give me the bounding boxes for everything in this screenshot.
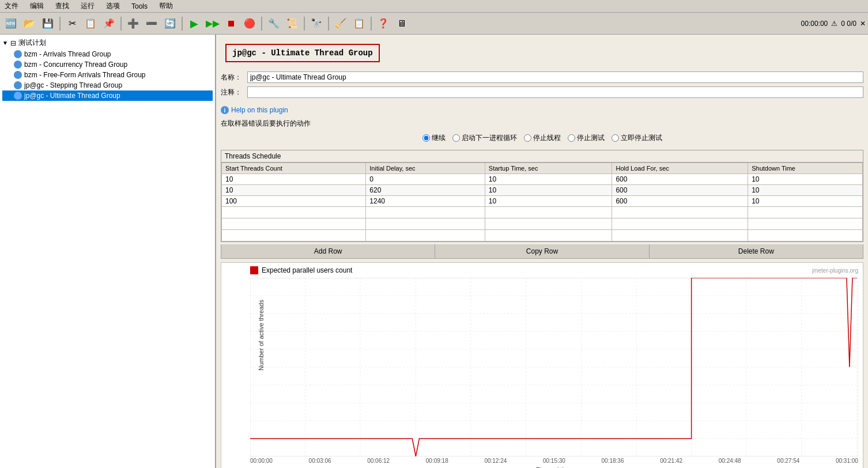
radio-stop-test[interactable]: 停止测试 [568, 133, 605, 143]
tree-item-label-4: jp@gc - Stepping Thread Group [24, 81, 122, 89]
x-tick-7: 00:21:42 [660, 458, 682, 464]
menu-run[interactable]: 运行 [78, 0, 97, 12]
clear-button[interactable]: 🧹 [332, 15, 349, 32]
radio-stop-test-label: 停止测试 [577, 133, 605, 143]
tree-item-stepping[interactable]: jp@gc - Stepping Thread Group [2, 80, 213, 90]
action-text: 在取样器错误后要执行的动作 [216, 116, 868, 131]
cell-shutdown-2: 10 [748, 185, 863, 196]
cell-delay-3: 1240 [366, 196, 485, 207]
radio-stop-thread[interactable]: 停止线程 [524, 133, 561, 143]
thread-group-icon-5 [14, 92, 22, 100]
browse-button[interactable]: 🔭 [308, 15, 325, 32]
table-actions: Add Row Copy Row Delete Row [221, 244, 863, 259]
remote-button[interactable]: 🖥 [393, 15, 410, 32]
warning-icon: ⚠ [831, 20, 837, 28]
collapse-button[interactable]: ➖ [143, 15, 160, 32]
x-tick-0: 00:00:00 [250, 458, 273, 464]
col-startup-time: Startup Time, sec [485, 163, 612, 174]
script-button[interactable]: 📜 [284, 15, 301, 32]
name-input[interactable] [247, 71, 863, 83]
stop-button[interactable]: ⏹ [222, 15, 240, 32]
func-button[interactable]: 🔧 [265, 15, 282, 32]
menu-tools[interactable]: Tools [129, 1, 150, 12]
chart-area: jmeter-plugins.org Expected parallel use… [221, 262, 863, 468]
run-no-pause-button[interactable]: ▶▶ [204, 15, 221, 32]
cell-startup-1: 10 [485, 174, 612, 185]
copy-row-button[interactable]: Copy Row [435, 244, 649, 258]
panel-title: jp@gc - Ultimate Thread Group [225, 44, 380, 62]
x-axis-ticks: 00:00:00 00:03:06 00:06:12 00:09:18 00:1… [250, 458, 858, 464]
tree-item-label-5: jp@gc - Ultimate Thread Group [24, 92, 120, 100]
col-start-threads: Start Threads Count [222, 163, 366, 174]
add-row-button[interactable]: Add Row [221, 244, 435, 258]
shutdown-button[interactable]: 🔴 [241, 15, 258, 32]
menu-bar: 文件 编辑 查找 运行 选项 Tools 帮助 [0, 0, 868, 13]
paste-button[interactable]: 📌 [100, 15, 118, 32]
table-row[interactable]: 10 620 10 600 10 [222, 185, 863, 196]
main-layout: ▼ ⊟ 测试计划 bzm - Arrivals Thread Group bzm… [0, 35, 868, 468]
table-empty-row [222, 207, 863, 218]
x-tick-4: 00:12:24 [484, 458, 507, 464]
cell-hold-3: 600 [612, 196, 748, 207]
error-count: 0 0/0 [841, 20, 856, 28]
schedule-title: Threads Schedule [221, 150, 863, 163]
thread-group-icon-4 [14, 81, 22, 89]
cell-shutdown-1: 10 [748, 174, 863, 185]
cut-button[interactable]: ✂ [63, 15, 81, 32]
template-button[interactable]: 📋 [350, 15, 368, 32]
menu-help[interactable]: 帮助 [157, 0, 175, 12]
table-row[interactable]: 100 1240 10 600 10 [222, 196, 863, 207]
menu-file[interactable]: 文件 [2, 0, 21, 12]
radio-next-loop[interactable]: 启动下一进程循环 [452, 133, 517, 143]
plugin-help-text: Help on this plugin [231, 106, 288, 114]
cell-start-1: 10 [222, 174, 366, 185]
expand-button[interactable]: ➕ [124, 15, 142, 32]
toggle-button[interactable]: 🔄 [161, 15, 179, 32]
toolbar-separator-5 [304, 17, 305, 31]
plugin-help-link[interactable]: i Help on this plugin [216, 104, 868, 116]
tree-root[interactable]: ▼ ⊟ 测试计划 [2, 37, 213, 49]
save-button[interactable]: 💾 [39, 15, 56, 32]
thread-group-icon-1 [14, 50, 22, 58]
tree-item-freeform[interactable]: bzm - Free-Form Arrivals Thread Group [2, 70, 213, 80]
help-button[interactable]: ❓ [375, 15, 392, 32]
radio-group: 继续 启动下一进程循环 停止线程 停止测试 立即停止测试 [216, 131, 868, 148]
schedule-table: Start Threads Count Initial Delay, sec S… [221, 163, 863, 241]
table-row[interactable]: 10 0 10 600 10 [222, 174, 863, 185]
menu-search[interactable]: 查找 [53, 0, 71, 12]
content-panel: jp@gc - Ultimate Thread Group 名称： 注释： i … [216, 35, 868, 468]
cell-startup-2: 10 [485, 185, 612, 196]
comment-input[interactable] [247, 86, 863, 98]
x-tick-1: 00:03:06 [309, 458, 331, 464]
x-tick-2: 00:06:12 [367, 458, 390, 464]
copy-button[interactable]: 📋 [82, 15, 99, 32]
radio-next-loop-label: 启动下一进程循环 [462, 133, 517, 143]
name-row: 名称： [221, 71, 863, 83]
run-button[interactable]: ▶ [186, 15, 203, 32]
form-section: 名称： 注释： [216, 69, 868, 104]
menu-options[interactable]: 选项 [104, 0, 122, 12]
chart-svg: 0 10 20 30 40 50 60 70 80 90 100 [250, 278, 858, 456]
toolbar: 🆕 📂 💾 ✂ 📋 📌 ➕ ➖ 🔄 ▶ ▶▶ ⏹ 🔴 🔧 📜 🔭 🧹 📋 ❓ 🖥… [0, 13, 868, 35]
tree-item-concurrency[interactable]: bzm - Concurrency Thread Group [2, 59, 213, 70]
open-button[interactable]: 📂 [21, 15, 38, 32]
legend-label: Expected parallel users count [262, 266, 352, 274]
tree-item-arrivals[interactable]: bzm - Arrivals Thread Group [2, 49, 213, 59]
col-initial-delay: Initial Delay, sec [366, 163, 485, 174]
delete-row-button[interactable]: Delete Row [650, 244, 863, 258]
x-tick-10: 00:31:00 [836, 458, 858, 464]
radio-continue[interactable]: 继续 [422, 133, 446, 143]
toolbar-separator-6 [328, 17, 329, 31]
x-tick-9: 00:27:54 [777, 458, 799, 464]
col-shutdown: Shutdown Time [748, 163, 863, 174]
x-tick-5: 00:15:30 [543, 458, 565, 464]
radio-stop-now[interactable]: 立即停止测试 [612, 133, 662, 143]
new-button[interactable]: 🆕 [2, 15, 20, 32]
menu-edit[interactable]: 编辑 [28, 0, 46, 12]
cell-shutdown-3: 10 [748, 196, 863, 207]
tree-item-ultimate[interactable]: jp@gc - Ultimate Thread Group [2, 90, 213, 101]
elapsed-time: 00:00:00 [801, 20, 828, 28]
toolbar-right: 00:00:00 ⚠ 0 0/0 ✕ [801, 20, 866, 28]
x-tick-6: 00:18:36 [602, 458, 624, 464]
chart-container: Number of active threads [250, 278, 858, 456]
